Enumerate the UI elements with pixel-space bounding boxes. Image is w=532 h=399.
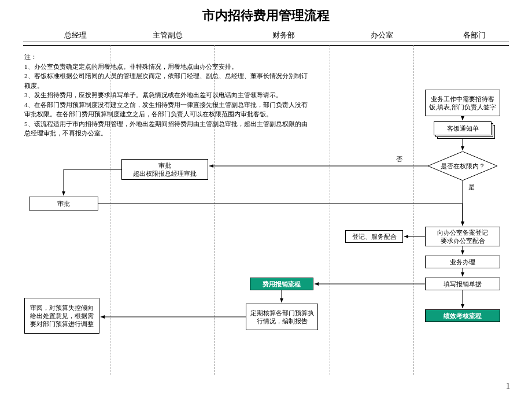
note-5: 5、该流程适用于市内招待费用管理，外地出差期间招待费用由主管副总审批，超出主管副… [24, 119, 313, 138]
page-title: 市内招待费用管理流程 [0, 0, 532, 29]
node-gm-review: 审阅，对预算失控倾向给出处置意见，根据需要对部门预算进行调整 [24, 298, 99, 334]
note-2: 2、客饭标准根据公司陪同的人员的管理层次而定，依部门经理、副总、总经理、董事长情… [24, 71, 313, 90]
lane-divider-3 [330, 45, 330, 375]
notes-heading: 注： [24, 52, 313, 62]
header-rule-top [23, 42, 509, 42]
node-fill-reimb: 填写报销单据 [425, 278, 500, 290]
header-rule-bottom [23, 45, 509, 46]
lane-office: 办公室 [353, 30, 411, 40]
node-file-office: 向办公室备案登记 要求办公室配合 [425, 227, 500, 246]
node-start: 业务工作中需要招待客饭,填表,部门负责人签字 [425, 90, 500, 116]
node-handle: 业务办理 [425, 256, 500, 268]
decision-no-label: 否 [396, 155, 402, 164]
node-periodic-report: 定期核算各部门预算执行情况，编制报告 [246, 304, 318, 330]
lane-vp: 主管副总 [139, 30, 197, 40]
node-decision: 是否在权限内？ [428, 152, 497, 180]
node-office-register: 登记、服务配合 [345, 230, 403, 243]
page-number: 1 [506, 382, 510, 391]
node-document: 客饭通知单 [434, 121, 492, 135]
lane-gm: 总经理 [46, 30, 104, 40]
document-label: 客饭通知单 [434, 121, 492, 135]
notes-block: 注： 1、办公室负责确定定点的用餐地点。非特殊情况，用餐地点由办公室安排。 2、… [24, 52, 313, 138]
decision-yes-label: 是 [468, 183, 475, 191]
decision-text: 是否在权限内？ [428, 152, 497, 180]
node-gm-approve: 审批 [29, 197, 98, 210]
lane-divider-4 [413, 45, 414, 375]
lane-dept: 各部门 [445, 30, 503, 40]
note-4: 4、在各部门费用预算制度没有建立之前，发生招待费用一律直接先报主管副总审批，部门… [24, 100, 313, 119]
note-3: 3、发生招待费用，应按照要求填写单子。紧急情况或在外地出差可以电话向主管领导请示… [24, 90, 313, 100]
node-reimb-subprocess: 费用报销流程 [250, 278, 313, 290]
lane-finance: 财务部 [254, 30, 312, 40]
note-1: 1、办公室负责确定定点的用餐地点。非特殊情况，用餐地点由办公室安排。 [24, 62, 313, 72]
node-perf-subprocess: 绩效考核流程 [425, 309, 500, 322]
node-vp-approve: 审批 超出权限报总经理审批 [121, 159, 208, 180]
